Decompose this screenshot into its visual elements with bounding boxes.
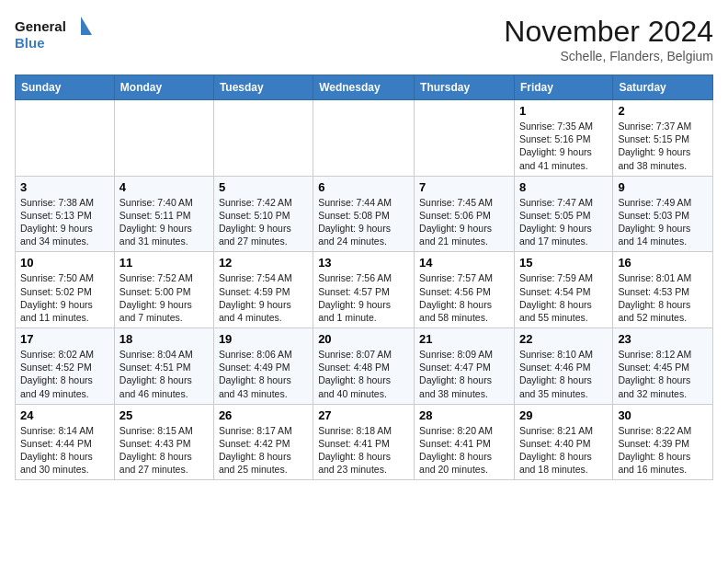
day-number: 18 <box>119 332 209 346</box>
day-detail: Sunrise: 7:37 AMSunset: 5:15 PMDaylight:… <box>618 120 708 172</box>
day-detail: Sunrise: 8:10 AMSunset: 4:46 PMDaylight:… <box>519 348 608 400</box>
day-number: 16 <box>618 256 708 270</box>
day-detail: Sunrise: 8:12 AMSunset: 4:45 PMDaylight:… <box>618 348 708 400</box>
header-cell-tuesday: Tuesday <box>213 75 313 100</box>
day-cell: 7Sunrise: 7:45 AMSunset: 5:06 PMDaylight… <box>415 176 515 252</box>
day-number: 9 <box>618 180 708 194</box>
day-detail: Sunrise: 8:09 AMSunset: 4:47 PMDaylight:… <box>419 348 509 400</box>
title-area: November 2024 Schelle, Flanders, Belgium <box>504 15 713 63</box>
day-detail: Sunrise: 7:42 AMSunset: 5:10 PMDaylight:… <box>219 196 308 248</box>
day-detail: Sunrise: 7:38 AMSunset: 5:13 PMDaylight:… <box>20 196 109 248</box>
day-detail: Sunrise: 8:15 AMSunset: 4:43 PMDaylight:… <box>119 424 209 477</box>
day-cell: 18Sunrise: 8:04 AMSunset: 4:51 PMDayligh… <box>114 328 213 405</box>
day-number: 14 <box>419 256 509 270</box>
day-number: 8 <box>519 180 608 194</box>
day-detail: Sunrise: 7:45 AMSunset: 5:06 PMDaylight:… <box>419 196 509 248</box>
day-detail: Sunrise: 7:49 AMSunset: 5:03 PMDaylight:… <box>618 196 708 248</box>
day-detail: Sunrise: 8:20 AMSunset: 4:41 PMDaylight:… <box>419 424 509 477</box>
day-number: 13 <box>318 256 409 270</box>
day-number: 27 <box>318 408 409 422</box>
day-cell: 29Sunrise: 8:21 AMSunset: 4:40 PMDayligh… <box>514 404 612 480</box>
day-number: 11 <box>119 256 209 270</box>
day-number: 19 <box>219 332 308 346</box>
week-row-3: 10Sunrise: 7:50 AMSunset: 5:02 PMDayligh… <box>16 252 713 328</box>
svg-text:Blue: Blue <box>15 35 45 51</box>
day-detail: Sunrise: 7:47 AMSunset: 5:05 PMDaylight:… <box>519 196 608 248</box>
day-cell: 27Sunrise: 8:18 AMSunset: 4:41 PMDayligh… <box>313 404 415 480</box>
day-detail: Sunrise: 8:14 AMSunset: 4:44 PMDaylight:… <box>20 424 109 477</box>
day-detail: Sunrise: 7:57 AMSunset: 4:56 PMDaylight:… <box>419 271 509 324</box>
day-number: 25 <box>119 408 209 422</box>
week-row-4: 17Sunrise: 8:02 AMSunset: 4:52 PMDayligh… <box>16 328 713 405</box>
week-row-1: 1Sunrise: 7:35 AMSunset: 5:16 PMDaylight… <box>16 100 713 177</box>
day-number: 22 <box>519 332 608 346</box>
day-detail: Sunrise: 7:56 AMSunset: 4:57 PMDaylight:… <box>318 271 409 324</box>
day-detail: Sunrise: 8:22 AMSunset: 4:39 PMDaylight:… <box>618 424 708 477</box>
day-number: 28 <box>419 408 509 422</box>
day-cell: 22Sunrise: 8:10 AMSunset: 4:46 PMDayligh… <box>514 328 612 405</box>
day-number: 4 <box>119 180 209 194</box>
svg-text:General: General <box>15 18 66 34</box>
day-detail: Sunrise: 8:04 AMSunset: 4:51 PMDaylight:… <box>119 348 209 400</box>
day-number: 23 <box>618 332 708 346</box>
day-cell: 24Sunrise: 8:14 AMSunset: 4:44 PMDayligh… <box>16 404 115 480</box>
calendar-table: SundayMondayTuesdayWednesdayThursdayFrid… <box>15 75 713 480</box>
day-number: 24 <box>20 408 109 422</box>
header-cell-saturday: Saturday <box>613 75 713 100</box>
day-number: 5 <box>219 180 308 194</box>
day-detail: Sunrise: 8:07 AMSunset: 4:48 PMDaylight:… <box>318 348 409 400</box>
day-detail: Sunrise: 7:44 AMSunset: 5:08 PMDaylight:… <box>318 196 409 248</box>
day-number: 3 <box>20 180 109 194</box>
day-cell: 19Sunrise: 8:06 AMSunset: 4:49 PMDayligh… <box>213 328 313 405</box>
header-cell-friday: Friday <box>514 75 612 100</box>
header-row: SundayMondayTuesdayWednesdayThursdayFrid… <box>16 75 713 100</box>
logo-text-block: General Blue <box>15 15 97 59</box>
day-detail: Sunrise: 7:59 AMSunset: 4:54 PMDaylight:… <box>519 271 608 324</box>
header-cell-wednesday: Wednesday <box>313 75 415 100</box>
day-cell: 4Sunrise: 7:40 AMSunset: 5:11 PMDaylight… <box>114 176 213 252</box>
day-cell: 2Sunrise: 7:37 AMSunset: 5:15 PMDaylight… <box>613 100 713 177</box>
day-detail: Sunrise: 8:06 AMSunset: 4:49 PMDaylight:… <box>219 348 308 400</box>
day-cell: 9Sunrise: 7:49 AMSunset: 5:03 PMDaylight… <box>613 176 713 252</box>
logo: General Blue <box>15 15 97 59</box>
day-number: 12 <box>219 256 308 270</box>
day-cell: 20Sunrise: 8:07 AMSunset: 4:48 PMDayligh… <box>313 328 415 405</box>
week-row-2: 3Sunrise: 7:38 AMSunset: 5:13 PMDaylight… <box>16 176 713 252</box>
day-cell: 23Sunrise: 8:12 AMSunset: 4:45 PMDayligh… <box>613 328 713 405</box>
day-cell: 30Sunrise: 8:22 AMSunset: 4:39 PMDayligh… <box>613 404 713 480</box>
day-detail: Sunrise: 7:52 AMSunset: 5:00 PMDaylight:… <box>119 271 209 324</box>
day-number: 6 <box>318 180 409 194</box>
day-cell: 6Sunrise: 7:44 AMSunset: 5:08 PMDaylight… <box>313 176 415 252</box>
header-cell-sunday: Sunday <box>16 75 115 100</box>
day-cell: 5Sunrise: 7:42 AMSunset: 5:10 PMDaylight… <box>213 176 313 252</box>
day-number: 26 <box>219 408 308 422</box>
day-cell: 12Sunrise: 7:54 AMSunset: 4:59 PMDayligh… <box>213 252 313 328</box>
day-cell: 21Sunrise: 8:09 AMSunset: 4:47 PMDayligh… <box>415 328 515 405</box>
day-cell <box>213 100 313 177</box>
day-number: 30 <box>618 408 708 422</box>
calendar-body: 1Sunrise: 7:35 AMSunset: 5:16 PMDaylight… <box>16 100 713 480</box>
day-cell <box>16 100 115 177</box>
day-cell: 25Sunrise: 8:15 AMSunset: 4:43 PMDayligh… <box>114 404 213 480</box>
day-cell: 14Sunrise: 7:57 AMSunset: 4:56 PMDayligh… <box>415 252 515 328</box>
day-detail: Sunrise: 8:17 AMSunset: 4:42 PMDaylight:… <box>219 424 308 477</box>
day-number: 10 <box>20 256 109 270</box>
day-number: 7 <box>419 180 509 194</box>
day-cell: 13Sunrise: 7:56 AMSunset: 4:57 PMDayligh… <box>313 252 415 328</box>
day-detail: Sunrise: 8:01 AMSunset: 4:53 PMDaylight:… <box>618 271 708 324</box>
day-cell: 16Sunrise: 8:01 AMSunset: 4:53 PMDayligh… <box>613 252 713 328</box>
day-cell: 3Sunrise: 7:38 AMSunset: 5:13 PMDaylight… <box>16 176 115 252</box>
day-detail: Sunrise: 8:02 AMSunset: 4:52 PMDaylight:… <box>20 348 109 400</box>
month-title: November 2024 <box>504 15 713 49</box>
calendar-header: SundayMondayTuesdayWednesdayThursdayFrid… <box>16 75 713 100</box>
header: General Blue November 2024 Schelle, Flan… <box>15 15 713 63</box>
day-detail: Sunrise: 7:50 AMSunset: 5:02 PMDaylight:… <box>20 271 109 324</box>
day-detail: Sunrise: 7:40 AMSunset: 5:11 PMDaylight:… <box>119 196 209 248</box>
day-cell: 26Sunrise: 8:17 AMSunset: 4:42 PMDayligh… <box>213 404 313 480</box>
day-cell <box>415 100 515 177</box>
day-number: 29 <box>519 408 608 422</box>
day-cell: 11Sunrise: 7:52 AMSunset: 5:00 PMDayligh… <box>114 252 213 328</box>
day-number: 20 <box>318 332 409 346</box>
header-cell-monday: Monday <box>114 75 213 100</box>
day-cell: 15Sunrise: 7:59 AMSunset: 4:54 PMDayligh… <box>514 252 612 328</box>
